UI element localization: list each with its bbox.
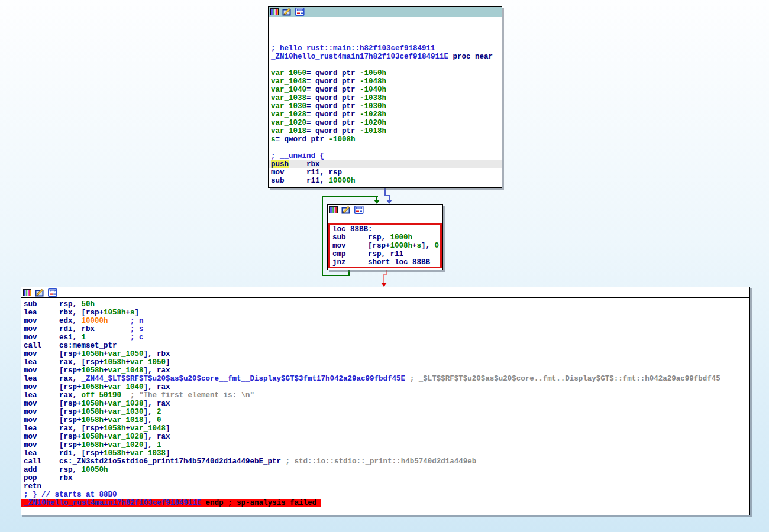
asm-token: mov [rsp+ bbox=[24, 366, 82, 375]
asm-token: 0 bbox=[435, 242, 440, 250]
asm-line[interactable]: ; __unwind { bbox=[269, 152, 502, 160]
asm-token: 2 bbox=[157, 408, 161, 416]
set-node-color-icon[interactable] bbox=[270, 8, 279, 15]
asm-token: + bbox=[104, 366, 108, 375]
asm-token: ; c bbox=[130, 333, 144, 342]
asm-token: 10000h bbox=[82, 317, 108, 325]
asm-line[interactable]: var_1040= qword ptr -1040h bbox=[269, 86, 502, 94]
edit-node-icon[interactable] bbox=[35, 288, 44, 297]
asm-line[interactable]: var_1028= qword ptr -1028h bbox=[269, 111, 502, 119]
node-title-bar[interactable] bbox=[21, 287, 749, 298]
asm-line[interactable]: lea rdi, [rsp+1058h+var_1038] bbox=[21, 449, 749, 458]
asm-line[interactable]: lea rax, off_50190 ; "The first element … bbox=[21, 391, 749, 400]
set-node-color-icon[interactable] bbox=[329, 206, 338, 213]
node-content[interactable]: ; hello_rust::main::h82f103cef9184911_ZN… bbox=[269, 17, 502, 185]
asm-line[interactable]: var_1018= qword ptr -1018h bbox=[269, 127, 502, 135]
asm-line[interactable]: _ZN10hello_rust4main17h82f103cef9184911E… bbox=[269, 53, 502, 61]
asm-line[interactable]: retn bbox=[21, 482, 749, 491]
asm-line[interactable]: loc_88BB: bbox=[330, 225, 440, 233]
asm-line[interactable]: mov rdi, rbx ; s bbox=[21, 325, 749, 333]
basic-block-loop-loc_88BB[interactable]: loc_88BB:sub rsp, 1000hmov [rsp+1008h+s]… bbox=[327, 204, 443, 270]
asm-token: = qword ptr bbox=[276, 135, 329, 144]
asm-line[interactable]: mov [rsp+1058h+var_1038], rax bbox=[21, 400, 749, 408]
asm-line[interactable]: ; } // starts at 88B0 bbox=[21, 491, 749, 499]
asm-token: _ZN10hello_rust4main17h82f103cef9184911E bbox=[271, 53, 448, 61]
asm-line[interactable]: mov edx, 10000h ; n bbox=[21, 317, 749, 325]
asm-token: 1058h bbox=[82, 366, 104, 375]
asm-line[interactable]: var_1050= qword ptr -1050h bbox=[269, 69, 502, 77]
edge-arrowhead bbox=[381, 283, 387, 287]
asm-line[interactable]: mov [rsp+1058h+var_1018], 0 bbox=[21, 416, 749, 424]
group-nodes-icon[interactable] bbox=[295, 8, 305, 16]
asm-line[interactable]: mov [rsp+1058h+var_1048], rax bbox=[21, 366, 749, 375]
asm-line[interactable]: mov [rsp+1058h+var_1040], rax bbox=[21, 383, 749, 391]
asm-line[interactable]: lea rax, _ZN44_$LT$$RF$T$u20$as$u20$core… bbox=[21, 375, 749, 383]
asm-token: _ZN44_$LT$$RF$T$u20$as$u20$core__fmt__Di… bbox=[82, 375, 406, 383]
asm-token bbox=[86, 333, 130, 342]
asm-token: = qword ptr bbox=[306, 69, 360, 77]
asm-line[interactable]: call cs:memset_ptr bbox=[21, 342, 749, 350]
asm-token: var_1050 bbox=[130, 358, 166, 366]
asm-line[interactable] bbox=[269, 28, 502, 36]
asm-token: + bbox=[104, 350, 108, 358]
asm-line[interactable]: sub r11, 10000h bbox=[269, 177, 502, 185]
asm-line[interactable]: s= qword ptr -1008h bbox=[269, 135, 502, 144]
node-content[interactable]: sub rsp, 50hlea rbx, [rsp+1058h+s]mov ed… bbox=[21, 298, 749, 507]
asm-line[interactable]: sub rsp, 1000h bbox=[330, 233, 440, 242]
asm-token: + bbox=[104, 408, 108, 416]
asm-line[interactable]: mov esi, 1 ; c bbox=[21, 333, 749, 342]
set-node-color-icon[interactable] bbox=[23, 289, 31, 296]
asm-token: lea rax, bbox=[24, 391, 82, 400]
asm-line[interactable]: mov [rsp+1058h+var_1030], 2 bbox=[21, 408, 749, 416]
asm-token: ], rax bbox=[144, 366, 170, 375]
asm-token bbox=[281, 458, 286, 466]
asm-token: 1058h bbox=[82, 408, 104, 416]
asm-line[interactable]: ; hello_rust::main::h82f103cef9184911 bbox=[269, 44, 502, 53]
asm-line[interactable] bbox=[269, 20, 502, 28]
asm-line[interactable]: call cs:_ZN3std2io5stdio6_print17h4b5740… bbox=[21, 458, 749, 466]
asm-line[interactable]: jnz short loc_88BB bbox=[330, 258, 440, 267]
graph-canvas[interactable]: ; hello_rust::main::h82f103cef9184911_ZN… bbox=[0, 0, 769, 532]
loop-highlight-box[interactable]: loc_88BB:sub rsp, 1000hmov [rsp+1008h+s]… bbox=[328, 223, 442, 268]
highlighted-token: push bbox=[271, 160, 289, 168]
asm-line[interactable]: mov [rsp+1008h+s], 0 bbox=[330, 242, 440, 250]
asm-token: add rsp, bbox=[24, 466, 82, 474]
asm-line[interactable]: var_1038= qword ptr -1038h bbox=[269, 94, 502, 102]
asm-token: 1058h bbox=[82, 350, 104, 358]
asm-line[interactable]: lea rax, [rsp+1058h+var_1050] bbox=[21, 358, 749, 366]
asm-line[interactable]: mov [rsp+1058h+var_1020], 1 bbox=[21, 441, 749, 449]
asm-line[interactable]: mov [rsp+1058h+var_1028], rax bbox=[21, 433, 749, 441]
edit-node-icon[interactable] bbox=[341, 206, 351, 214]
asm-token bbox=[95, 325, 130, 333]
asm-line[interactable]: pop rbx bbox=[21, 474, 749, 482]
asm-token: var_1018 bbox=[108, 416, 144, 424]
basic-block-entry[interactable]: ; hello_rust::main::h82f103cef9184911_ZN… bbox=[268, 6, 502, 188]
group-nodes-icon[interactable] bbox=[354, 206, 364, 214]
asm-line[interactable]: var_1020= qword ptr -1020h bbox=[269, 119, 502, 127]
asm-line[interactable]: mov [rsp+1058h+var_1050], rbx bbox=[21, 350, 749, 358]
asm-line[interactable]: sub rsp, 50h bbox=[21, 300, 749, 309]
asm-line[interactable] bbox=[269, 144, 502, 152]
basic-block-body[interactable]: sub rsp, 50hlea rbx, [rsp+1058h+s]mov ed… bbox=[21, 287, 750, 515]
asm-token: + bbox=[126, 358, 131, 366]
node-title-bar[interactable] bbox=[328, 205, 442, 215]
asm-line[interactable]: cmp rsp, r11 bbox=[330, 250, 440, 258]
asm-line[interactable] bbox=[269, 36, 502, 44]
asm-token: ; __unwind { bbox=[271, 152, 324, 160]
asm-line[interactable] bbox=[269, 61, 502, 69]
asm-line[interactable]: push rbx bbox=[269, 160, 502, 168]
asm-line[interactable]: var_1048= qword ptr -1048h bbox=[269, 77, 502, 86]
asm-line[interactable]: var_1030= qword ptr -1030h bbox=[269, 102, 502, 111]
asm-token: ] bbox=[166, 424, 170, 433]
asm-line[interactable]: lea rax, [rsp+1058h+var_1048] bbox=[21, 424, 749, 433]
node-title-bar[interactable] bbox=[269, 7, 502, 17]
asm-line[interactable]: _ZN10hello_rust4main17h82f103cef9184911E… bbox=[21, 499, 321, 507]
asm-token: ], rax bbox=[144, 400, 170, 408]
asm-line[interactable]: lea rbx, [rsp+1058h+s] bbox=[21, 309, 749, 317]
asm-line[interactable]: mov r11, rsp bbox=[269, 168, 502, 177]
edit-node-icon[interactable] bbox=[282, 8, 292, 16]
asm-token: var_1048 bbox=[130, 424, 166, 433]
group-nodes-icon[interactable] bbox=[48, 288, 57, 297]
asm-token: mov rdi, rbx bbox=[24, 325, 95, 333]
asm-line[interactable]: add rsp, 10050h bbox=[21, 466, 749, 474]
